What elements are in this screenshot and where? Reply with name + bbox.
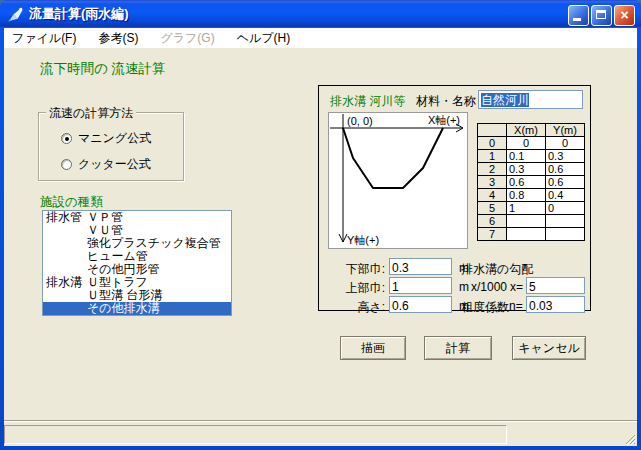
coords-table-body: X(m)Y(m)00010.10.320.30.630.60.640.80.45… xyxy=(478,124,585,241)
page-title: 流下時間の 流速計算 xyxy=(40,60,166,78)
table-cell[interactable]: 0.8 xyxy=(507,189,546,202)
method-group-title: 流速の計算方法 xyxy=(46,105,136,122)
top-width-unit: m xyxy=(459,280,469,294)
minimize-icon xyxy=(573,18,581,21)
table-row[interactable]: 6 xyxy=(478,215,585,228)
radio-option[interactable]: マニング公式 xyxy=(39,125,183,151)
menu-item[interactable]: ヘルプ(H) xyxy=(237,30,291,47)
bottom-width-input[interactable]: 0.3 xyxy=(389,258,452,275)
menu-item[interactable]: 参考(S) xyxy=(98,30,138,47)
table-cell[interactable]: 0.6 xyxy=(507,176,546,189)
table-cell[interactable] xyxy=(507,215,546,228)
maximize-button[interactable] xyxy=(591,5,612,26)
table-cell[interactable]: 0.3 xyxy=(546,150,585,163)
table-cell[interactable] xyxy=(507,228,546,241)
facility-listbox[interactable]: 排水管ＶＰ管ＶＵ管強化プラスチック複合管ヒューム管その他円形管排水溝Ｕ型トラフＵ… xyxy=(42,210,232,316)
divider xyxy=(4,420,637,422)
draw-button[interactable]: 描画 xyxy=(340,336,406,360)
slope-title: 排水溝の勾配 xyxy=(461,261,533,278)
facility-label: 施設の種類 xyxy=(40,194,103,211)
roughness-prefix: 粗度係数 xyxy=(461,299,509,316)
maximize-icon xyxy=(596,10,606,19)
resize-grip-icon[interactable] xyxy=(622,431,636,445)
client-area: 流下時間の 流速計算 流速の計算方法 マニング公式クッター公式 施設の種類 排水… xyxy=(4,48,637,446)
minimize-button[interactable] xyxy=(568,5,589,26)
row-number: 6 xyxy=(478,215,507,228)
menu-item[interactable]: グラフ(G) xyxy=(160,30,214,47)
row-number: 7 xyxy=(478,228,507,241)
table-cell[interactable]: 0 xyxy=(546,202,585,215)
coords-table[interactable]: X(m)Y(m)00010.10.320.30.630.60.640.80.45… xyxy=(477,123,585,241)
radio-icon xyxy=(61,133,72,144)
top-width-label: 上部巾: xyxy=(325,280,385,297)
table-cell[interactable]: 0.6 xyxy=(546,176,585,189)
table-header xyxy=(478,124,507,137)
menu-bar: ファイル(F)参考(S)グラフ(G)ヘルプ(H) xyxy=(4,28,637,48)
radio-label: クッター公式 xyxy=(78,156,151,173)
method-options: マニング公式クッター公式 xyxy=(39,113,183,177)
calc-button[interactable]: 計算 xyxy=(424,336,492,360)
y-axis-arrow xyxy=(339,234,343,242)
app-icon xyxy=(7,6,24,23)
x-axis-label: X軸(+) xyxy=(428,114,460,126)
bottom-width-label: 下部巾: xyxy=(325,261,385,278)
top-width-input[interactable]: 1 xyxy=(389,277,452,294)
row-number: 4 xyxy=(478,189,507,202)
channel-type-label: 排水溝 河川等 xyxy=(330,93,405,110)
material-name-label: 材料・名称 xyxy=(416,93,476,110)
table-cell[interactable] xyxy=(546,228,585,241)
row-number: 3 xyxy=(478,176,507,189)
height-label: 高さ: xyxy=(325,299,385,316)
table-row[interactable]: 7 xyxy=(478,228,585,241)
row-number: 0 xyxy=(478,137,507,150)
radio-option[interactable]: クッター公式 xyxy=(39,151,183,177)
y-axis-label: Y軸(+) xyxy=(347,234,379,246)
row-number: 2 xyxy=(478,163,507,176)
close-icon: × xyxy=(620,7,628,23)
table-cell[interactable]: 0 xyxy=(507,137,546,150)
list-item[interactable]: その他排水溝 xyxy=(43,302,231,315)
cancel-button[interactable]: キャンセル xyxy=(512,336,586,360)
radio-label: マニング公式 xyxy=(78,130,151,147)
table-row[interactable]: 30.60.6 xyxy=(478,176,585,189)
table-header: Y(m) xyxy=(546,124,585,137)
menu-item[interactable]: ファイル(F) xyxy=(12,30,76,47)
table-row[interactable]: 10.10.3 xyxy=(478,150,585,163)
row-number: 5 xyxy=(478,202,507,215)
table-row[interactable]: 20.30.6 xyxy=(478,163,585,176)
table-cell[interactable]: 0.6 xyxy=(546,163,585,176)
material-name-input[interactable]: 自然河川 xyxy=(478,90,583,109)
table-row[interactable]: 40.80.4 xyxy=(478,189,585,202)
table-cell[interactable]: 0 xyxy=(546,137,585,150)
cross-section-canvas[interactable]: (0, 0) X軸(+) Y軸(+) xyxy=(328,112,468,249)
app-window: 流量計算(雨水編) × ファイル(F)参考(S)グラフ(G)ヘルプ(H) 流下時… xyxy=(0,0,641,450)
close-button[interactable]: × xyxy=(614,5,635,26)
roughness-eq: n= xyxy=(509,299,523,313)
roughness-input[interactable]: 0.03 xyxy=(526,296,585,313)
table-cell[interactable]: 0.1 xyxy=(507,150,546,163)
origin-label: (0, 0) xyxy=(347,115,373,127)
channel-panel: 排水溝 河川等 材料・名称 自然河川 (0, 0) X軸(+) Y軸(+) xyxy=(318,85,591,311)
table-cell[interactable]: 0.4 xyxy=(546,189,585,202)
window-title: 流量計算(雨水編) xyxy=(29,5,129,23)
method-groupbox: 流速の計算方法 マニング公式クッター公式 xyxy=(38,112,184,181)
table-header: X(m) xyxy=(507,124,546,137)
slope-x-input[interactable]: 5 xyxy=(526,277,585,294)
channel-cross-section xyxy=(343,128,443,188)
material-name-value: 自然河川 xyxy=(481,93,529,107)
slope-x-eq: x= xyxy=(510,280,523,294)
height-input[interactable]: 0.6 xyxy=(389,296,452,313)
table-cell[interactable]: 0.3 xyxy=(507,163,546,176)
table-row[interactable]: 510 xyxy=(478,202,585,215)
title-bar[interactable]: 流量計算(雨水編) × xyxy=(0,0,641,28)
slope-x-prefix: x/1000 xyxy=(471,280,507,294)
row-number: 1 xyxy=(478,150,507,163)
table-cell[interactable] xyxy=(546,215,585,228)
list-item[interactable]: 排水管ＶＰ管 xyxy=(43,211,231,224)
radio-icon xyxy=(61,159,72,170)
table-row[interactable]: 000 xyxy=(478,137,585,150)
status-bar xyxy=(4,425,507,444)
table-cell[interactable]: 1 xyxy=(507,202,546,215)
